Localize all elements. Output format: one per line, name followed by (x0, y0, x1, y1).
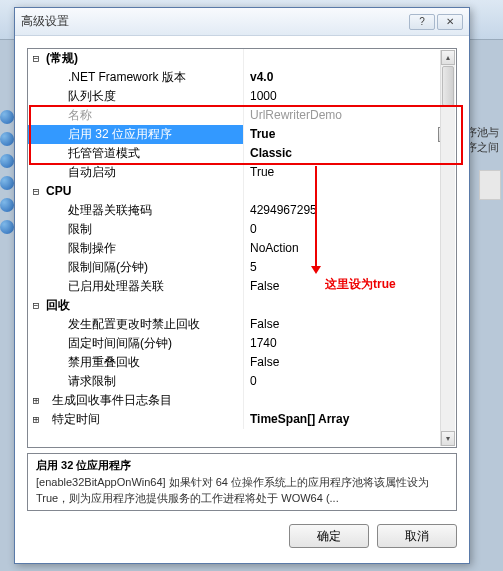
vertical-scrollbar[interactable]: ▴ ▾ (440, 50, 455, 446)
property-row-enable-32bit[interactable]: 启用 32 位应用程序 True ▾ (28, 125, 456, 144)
button-bar: 确定 取消 (27, 521, 457, 551)
background-panel (479, 170, 501, 200)
category-general[interactable]: ⊟ (常规) (28, 49, 456, 68)
globe-icon (0, 198, 14, 212)
property-row[interactable]: 处理器关联掩码 4294967295 (28, 201, 456, 220)
property-row[interactable]: ⊞ 生成回收事件日志条目 (28, 391, 456, 410)
scroll-thumb[interactable] (442, 66, 454, 106)
advanced-settings-dialog: 高级设置 ? ✕ ⊟ (常规) .NET Framework 版本 v4.0 队… (14, 7, 470, 564)
background-side-icons (0, 110, 14, 242)
globe-icon (0, 110, 14, 124)
property-row[interactable]: 请求限制 0 (28, 372, 456, 391)
globe-icon (0, 220, 14, 234)
background-text: 序池与 序之间 (466, 125, 499, 156)
property-row[interactable]: 限制间隔(分钟) 5 (28, 258, 456, 277)
scroll-up-button[interactable]: ▴ (441, 50, 455, 65)
collapse-icon[interactable]: ⊟ (28, 182, 44, 201)
globe-icon (0, 176, 14, 190)
cancel-button[interactable]: 取消 (377, 524, 457, 548)
description-panel: 启用 32 位应用程序 [enable32BitAppOnWin64] 如果针对… (27, 453, 457, 511)
property-row[interactable]: 禁用重叠回收 False (28, 353, 456, 372)
expand-icon[interactable]: ⊞ (28, 391, 44, 410)
help-button[interactable]: ? (409, 14, 435, 30)
ok-button[interactable]: 确定 (289, 524, 369, 548)
property-row[interactable]: 名称 UrlRewriterDemo (28, 106, 456, 125)
property-row[interactable]: 限制操作 NoAction (28, 239, 456, 258)
collapse-icon[interactable]: ⊟ (28, 296, 44, 315)
close-button[interactable]: ✕ (437, 14, 463, 30)
annotation-text: 这里设为true (325, 276, 396, 293)
property-row[interactable]: ⊞ 特定时间 TimeSpan[] Array (28, 410, 456, 429)
collapse-icon[interactable]: ⊟ (28, 49, 44, 68)
globe-icon (0, 154, 14, 168)
property-row[interactable]: 自动启动 True (28, 163, 456, 182)
property-row[interactable]: 队列长度 1000 (28, 87, 456, 106)
globe-icon (0, 132, 14, 146)
category-cpu[interactable]: ⊟ CPU (28, 182, 456, 201)
property-row[interactable]: 发生配置更改时禁止回收 False (28, 315, 456, 334)
category-recycle[interactable]: ⊟ 回收 (28, 296, 456, 315)
expand-icon[interactable]: ⊞ (28, 410, 44, 429)
description-text: [enable32BitAppOnWin64] 如果针对 64 位操作系统上的应… (36, 475, 448, 506)
property-row[interactable]: 固定时间间隔(分钟) 1740 (28, 334, 456, 353)
property-row[interactable]: 限制 0 (28, 220, 456, 239)
property-grid: ⊟ (常规) .NET Framework 版本 v4.0 队列长度 1000 … (27, 48, 457, 448)
titlebar[interactable]: 高级设置 ? ✕ (15, 8, 469, 36)
scroll-down-button[interactable]: ▾ (441, 431, 455, 446)
property-row[interactable]: 托管管道模式 Classic (28, 144, 456, 163)
dialog-title: 高级设置 (21, 13, 409, 30)
property-row[interactable]: .NET Framework 版本 v4.0 (28, 68, 456, 87)
description-title: 启用 32 位应用程序 (36, 458, 448, 473)
